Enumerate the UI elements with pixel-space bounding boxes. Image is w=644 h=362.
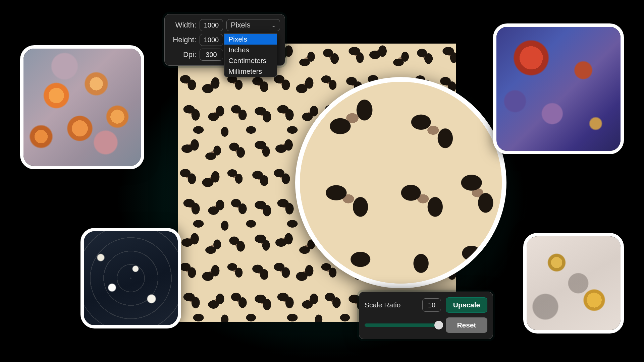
thumbnail-white-damask-on-navy[interactable] bbox=[80, 228, 181, 328]
width-input[interactable] bbox=[200, 19, 223, 31]
unit-option-inches[interactable]: Inches bbox=[224, 45, 277, 55]
scale-ratio-input[interactable] bbox=[422, 298, 441, 312]
dpi-label: Dpi: bbox=[169, 50, 196, 59]
unit-option-pixels[interactable]: Pixels bbox=[224, 34, 277, 45]
unit-option-millimeters[interactable]: Millimeters bbox=[224, 66, 277, 77]
stage: Width: Pixels ⌄ Height: Dpi: Pixels Inch… bbox=[0, 0, 644, 362]
dpi-input[interactable] bbox=[200, 49, 223, 61]
scale-ratio-label: Scale Ratio bbox=[365, 301, 418, 309]
unit-option-centimeters[interactable]: Centimeters bbox=[224, 55, 277, 66]
thumbnail-gold-gray-floral[interactable] bbox=[523, 233, 624, 334]
thumbnail-red-purple-brocade[interactable] bbox=[493, 23, 624, 154]
width-label: Width: bbox=[169, 21, 196, 29]
unit-select[interactable]: Pixels ⌄ bbox=[226, 19, 280, 31]
unit-dropdown: Pixels Inches Centimeters Millimeters bbox=[224, 34, 277, 77]
height-input[interactable] bbox=[200, 34, 223, 46]
height-label: Height: bbox=[169, 36, 196, 44]
upscale-panel: Scale Ratio Upscale Reset bbox=[359, 292, 493, 339]
reset-button[interactable]: Reset bbox=[446, 317, 487, 333]
unit-selected-text: Pixels bbox=[231, 21, 251, 29]
scale-ratio-slider[interactable] bbox=[365, 323, 441, 327]
magnifier-lens[interactable] bbox=[295, 77, 506, 288]
thumbnail-painted-orange-flowers[interactable] bbox=[20, 45, 144, 169]
upscale-button[interactable]: Upscale bbox=[446, 297, 487, 313]
slider-knob[interactable] bbox=[434, 321, 443, 329]
chevron-down-icon: ⌄ bbox=[271, 22, 276, 28]
